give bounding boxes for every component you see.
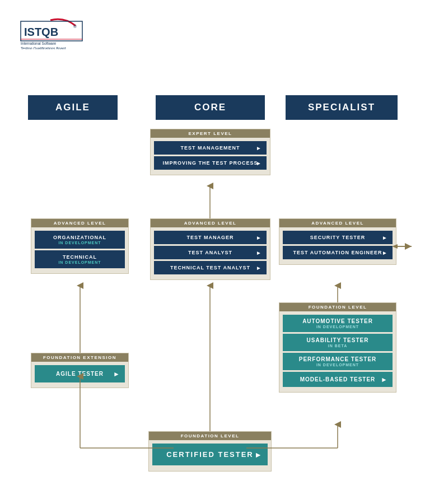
improving-test-process-btn[interactable]: IMPROVING THE TEST PROCESS ► xyxy=(154,156,267,170)
certified-tester-btn[interactable]: CERTIFIED TESTER ► xyxy=(152,444,268,465)
agile-foundation-box: FOUNDATION EXTENSION AGILE TESTER ► xyxy=(31,353,129,388)
logo-area: ISTQB ® International Software Testing Q… xyxy=(20,16,98,49)
arrow-right-icon: ► xyxy=(256,265,262,271)
specialist-advanced-box: ADVANCED LEVEL SECURITY TESTER ► TEST AU… xyxy=(279,218,396,265)
arrow-right-icon: ► xyxy=(254,450,263,459)
col-header-agile: AGILE xyxy=(28,95,118,120)
specialist-foundation-level-label: FOUNDATION LEVEL xyxy=(279,303,396,311)
svg-text:ISTQB: ISTQB xyxy=(24,26,58,38)
agile-tester-btn[interactable]: AGILE TESTER ► xyxy=(35,365,125,382)
foundation-level-label: FOUNDATION LEVEL xyxy=(149,432,271,440)
col-header-specialist: SPECIALIST xyxy=(286,95,398,120)
arrow-right-icon: ► xyxy=(113,370,120,378)
arrow-right-icon: ► xyxy=(381,376,388,384)
foundation-box: FOUNDATION LEVEL CERTIFIED TESTER ► xyxy=(148,431,272,472)
expert-level-box: EXPERT LEVEL TEST MANAGEMENT ► IMPROVING… xyxy=(150,129,270,175)
test-automation-engineer-btn[interactable]: TEST AUTOMATION ENGINEER ► xyxy=(283,246,393,259)
technical-btn[interactable]: TECHNICALIN DEVELOPMENT xyxy=(35,250,125,268)
specialist-foundation-box: FOUNDATION LEVEL AUTOMOTIVE TESTER IN DE… xyxy=(279,302,396,393)
core-advanced-level-label: ADVANCED LEVEL xyxy=(151,219,270,227)
expert-level-label: EXPERT LEVEL xyxy=(151,129,270,138)
automotive-tester-btn[interactable]: AUTOMOTIVE TESTER IN DEVELOPMENT xyxy=(283,315,393,332)
agile-advanced-level-label: ADVANCED LEVEL xyxy=(31,219,128,227)
test-analyst-btn[interactable]: TEST ANALYST ► xyxy=(154,246,267,259)
core-advanced-box: ADVANCED LEVEL TEST MANAGER ► TEST ANALY… xyxy=(150,218,270,280)
agile-advanced-box: ADVANCED LEVEL ORGANIZATIONALIN DEVELOPM… xyxy=(31,218,129,274)
specialist-advanced-level-label: ADVANCED LEVEL xyxy=(279,219,396,227)
arrow-right-icon: ► xyxy=(382,235,388,241)
usability-tester-btn[interactable]: USABILITY TESTER IN BETA xyxy=(283,334,393,351)
test-manager-btn[interactable]: TEST MANAGER ► xyxy=(154,231,267,244)
security-tester-btn[interactable]: SECURITY TESTER ► xyxy=(283,231,393,244)
svg-text:®: ® xyxy=(73,24,77,29)
arrow-right-icon: ► xyxy=(256,235,262,241)
col-header-core: CORE xyxy=(156,95,265,120)
test-management-btn[interactable]: TEST MANAGEMENT ► xyxy=(154,141,267,155)
organizational-btn[interactable]: ORGANIZATIONALIN DEVELOPMENT xyxy=(35,231,125,249)
arrow-right-icon: ► xyxy=(256,160,262,166)
agile-foundation-level-label: FOUNDATION EXTENSION xyxy=(31,353,128,362)
svg-text:International Software: International Software xyxy=(21,41,57,45)
technical-test-analyst-btn[interactable]: TECHNICAL TEST ANALYST ► xyxy=(154,261,267,274)
performance-tester-btn[interactable]: PERFORMANCE TESTER IN DEVELOPMENT xyxy=(283,353,393,370)
svg-text:Testing Qualifications Board: Testing Qualifications Board xyxy=(21,46,66,49)
arrow-right-icon: ► xyxy=(382,250,388,256)
model-based-tester-btn[interactable]: MODEL-BASED TESTER ► xyxy=(283,372,393,387)
arrow-right-icon: ► xyxy=(256,250,262,256)
arrow-right-icon: ► xyxy=(256,145,262,151)
main-content: ISTQB ® International Software Testing Q… xyxy=(0,0,439,504)
